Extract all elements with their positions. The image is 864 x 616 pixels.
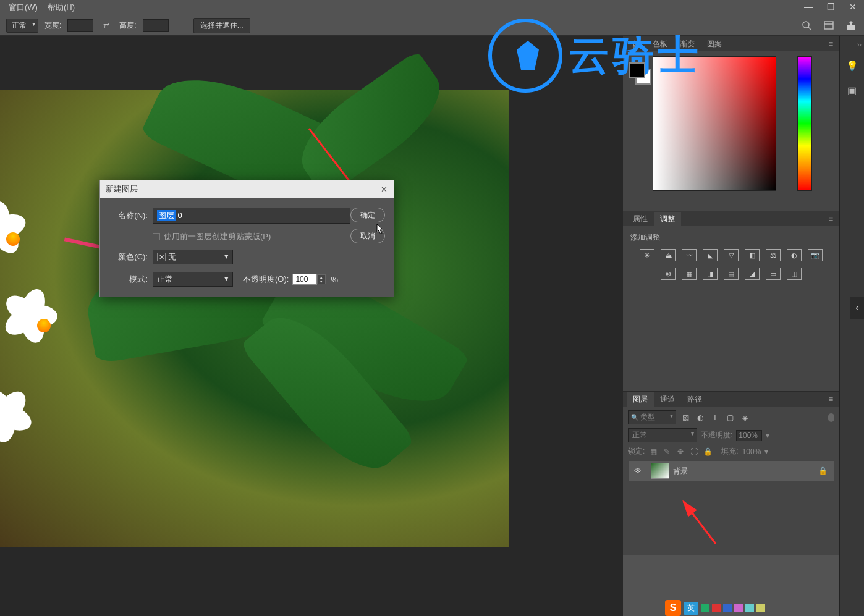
layer-kind-filter[interactable]: 🔍 类型 [628,410,676,424]
selective-color-icon[interactable]: ◫ [787,268,802,280]
height-input[interactable] [143,19,169,32]
color-balance-icon[interactable]: ⚖ [766,249,781,261]
opacity-spinner[interactable]: ▴▾ [317,274,326,284]
panel-menu-icon[interactable]: ≡ [826,395,836,403]
panel-menu-icon[interactable]: ≡ [826,214,836,223]
menu-help[interactable]: 帮助(H) [43,0,80,15]
bw-icon[interactable]: ◐ [787,249,802,261]
right-rail: ›› 💡 ▣ [839,36,864,616]
exposure-icon[interactable]: ◣ [703,249,718,261]
tab-paths[interactable]: 路径 [681,392,708,407]
menubar: 窗口(W) 帮助(H) — ❐ ✕ [0,0,864,15]
close-window-button[interactable]: ✕ [842,0,864,14]
tab-swatches[interactable]: 色板 [646,37,674,51]
lock-transparent-icon[interactable]: ▦ [648,447,658,457]
sogou-ime-icon[interactable]: S [665,600,681,616]
gradient-map-icon[interactable]: ▭ [766,268,781,280]
brightness-icon[interactable]: ☀ [640,249,654,261]
opacity-input[interactable]: 100 [292,274,317,285]
document-image [0,90,509,547]
select-and-mask-button[interactable]: 选择并遮住... [193,18,250,33]
opacity-label: 不透明度(O): [243,274,289,285]
panel-menu-icon[interactable]: ≡ [826,40,836,48]
lock-label: 锁定: [628,446,645,457]
filter-shape-icon[interactable]: ▢ [724,412,735,423]
layer-blend-select[interactable]: 正常 [628,428,697,442]
width-input[interactable] [67,19,93,32]
color-panel: 颜 色板 渐变 图案 ≡ [623,36,839,211]
lock-artboard-icon[interactable]: ⛶ [689,447,699,457]
filter-smart-icon[interactable]: ◈ [739,412,750,423]
color-select[interactable]: ✕无 [153,250,233,264]
tab-properties[interactable]: 属性 [627,212,654,226]
menu-window[interactable]: 窗口(W) [4,0,43,15]
dialog-close-icon[interactable]: ✕ [381,185,388,194]
filter-adjust-icon[interactable]: ◐ [695,412,706,423]
name-input[interactable]: 图层 0 [153,208,350,224]
mode-select[interactable]: 正常 [153,272,233,287]
minimize-button[interactable]: — [797,0,820,14]
filter-toggle[interactable] [828,413,834,422]
curves-icon[interactable]: 〰 [682,249,697,261]
color-label: 颜色(C): [108,251,148,263]
hue-slider[interactable] [797,56,812,191]
svg-point-0 [803,22,809,28]
layer-opacity-label: 不透明度: [701,430,732,441]
lock-all-icon[interactable]: 🔒 [703,447,713,457]
tab-adjustments[interactable]: 调整 [654,212,681,226]
layer-row-background[interactable]: 👁 背景 🔒 [628,460,834,481]
filter-type-icon[interactable]: T [709,412,721,423]
tab-layers[interactable]: 图层 [627,392,654,407]
lookup-icon[interactable]: ▦ [682,268,697,280]
layer-opacity-value[interactable]: 100% [736,430,762,441]
layer-name[interactable]: 背景 [673,466,688,476]
rail-collapse-icon[interactable]: ›› [857,41,862,48]
foreground-swatch[interactable] [629,62,645,78]
collapse-handle[interactable]: ‹ [850,297,864,319]
layer-lock-icon[interactable]: 🔒 [818,466,828,475]
levels-icon[interactable]: ⛰ [661,249,676,261]
tab-color[interactable]: 颜 [627,37,646,51]
restore-button[interactable]: ❐ [820,0,842,14]
tab-gradients[interactable]: 渐变 [674,37,701,51]
height-label: 高度: [119,20,136,31]
fill-label: 填充: [721,446,738,457]
invert-icon[interactable]: ◨ [703,268,718,280]
search-icon[interactable] [800,19,813,32]
lock-pixels-icon[interactable]: ✎ [662,447,672,457]
clip-mask-checkbox[interactable] [153,233,160,240]
arrange-docs-icon[interactable] [822,19,836,32]
name-label: 名称(N): [108,210,148,221]
options-bar: 正常 宽度: ⇄ 高度: 选择并遮住... [0,15,864,36]
hue-sat-icon[interactable]: ◧ [745,249,760,261]
blend-mode-select[interactable]: 正常 [6,19,38,33]
taskbar-remnant: S 英 [665,600,765,616]
tab-channels[interactable]: 通道 [654,392,681,407]
learn-icon[interactable]: 💡 [845,58,860,73]
posterize-icon[interactable]: ▤ [724,268,739,280]
cancel-button[interactable]: 取消 [350,229,385,243]
new-layer-dialog: 新建图层 ✕ 确定 取消 名称(N): 图层 0 使用前一图层创建剪贴蒙版(P) [99,180,394,297]
photo-filter-icon[interactable]: 📷 [808,249,823,261]
svg-rect-2 [824,22,833,29]
percent-label: % [331,275,338,284]
filter-pixel-icon[interactable]: ▧ [680,412,691,423]
swap-dimensions-icon[interactable]: ⇄ [100,19,113,32]
layer-thumbnail[interactable] [651,463,669,479]
visibility-icon[interactable]: 👁 [629,466,647,475]
threshold-icon[interactable]: ◪ [745,268,760,280]
adjustment-icons: ☀ ⛰ 〰 ◣ ▽ ◧ ⚖ ◐ 📷 ⊗ ▦ ◨ ▤ ◪ ▭ [630,249,832,280]
libraries-icon[interactable]: ▣ [845,83,860,98]
canvas-area[interactable]: 新建图层 ✕ 确定 取消 名称(N): 图层 0 使用前一图层创建剪贴蒙版(P) [0,36,623,616]
tab-patterns[interactable]: 图案 [701,37,728,51]
fill-value[interactable]: 100% [742,447,761,456]
color-field[interactable] [653,56,776,191]
ok-button[interactable]: 确定 [350,208,385,222]
share-icon[interactable] [844,19,858,32]
channel-mixer-icon[interactable]: ⊗ [661,268,676,280]
adjustments-panel: 属性 调整 ≡ 添加调整 ☀ ⛰ 〰 ◣ ▽ ◧ ⚖ ◐ 📷 [623,211,839,391]
width-label: 宽度: [44,20,61,31]
lock-position-icon[interactable]: ✥ [676,447,685,457]
mode-label: 模式: [108,274,148,285]
vibrance-icon[interactable]: ▽ [724,249,739,261]
